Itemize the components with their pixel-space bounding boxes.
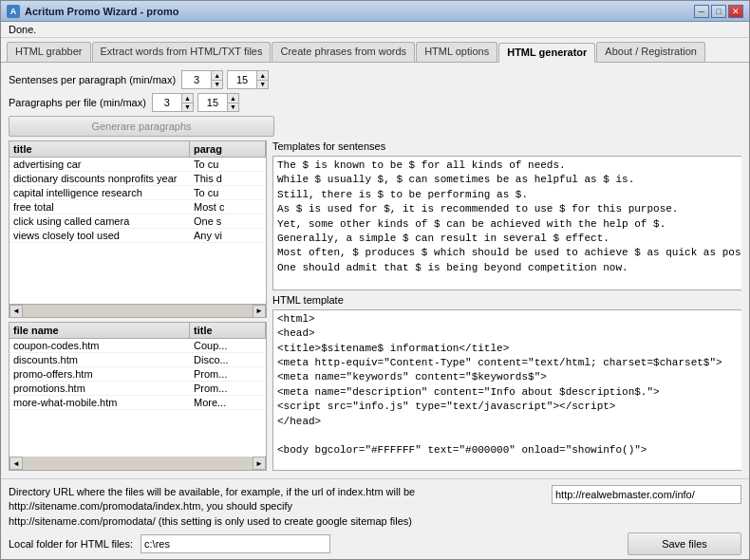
sentences-max-spinner[interactable]: ▲ ▼	[227, 70, 269, 89]
save-files-button[interactable]: Save files	[628, 532, 741, 555]
minimize-button[interactable]: ─	[694, 5, 709, 18]
title-bar-text: Acritum Promo Wizard - promo	[25, 6, 694, 17]
list-item[interactable]: promotions.htmProm...	[9, 382, 266, 396]
bottom-folder-row: Local folder for HTML files: Save files	[9, 532, 741, 555]
generate-button[interactable]: Generare paragraphs	[9, 116, 274, 137]
sentences-spinner-group: ▲ ▼ ▲ ▼	[181, 70, 269, 89]
tab-html-grabber[interactable]: HTML grabber	[7, 42, 91, 62]
list-item[interactable]: capital intelligence researchTo cu	[9, 186, 266, 200]
main-window: A Acritum Promo Wizard - promo ─ □ ✕ Don…	[0, 0, 750, 560]
files-scroll-right[interactable]: ►	[253, 457, 266, 470]
bottom-area: Directory URL where the files will be av…	[1, 478, 749, 559]
sentences-row: Sentenses per paragraph (min/max) ▲ ▼ ▲ …	[9, 70, 741, 89]
sentences-label: Sentenses per paragraph (min/max)	[9, 74, 176, 85]
tab-html-options[interactable]: HTML options	[416, 42, 497, 62]
topics-scroll-right[interactable]: ►	[253, 305, 266, 318]
templates-title: Templates for sentenses	[272, 140, 741, 152]
topics-scroll-track[interactable]	[23, 305, 253, 318]
para-min-down[interactable]: ▼	[182, 103, 193, 112]
main-content: Sentenses per paragraph (min/max) ▲ ▼ ▲ …	[1, 63, 749, 478]
title-bar: A Acritum Promo Wizard - promo ─ □ ✕	[1, 1, 749, 22]
sentences-min-input[interactable]	[182, 71, 211, 88]
topics-hscrollbar[interactable]: ◄ ►	[9, 304, 266, 317]
bottom-description: Directory URL where the files will be av…	[9, 485, 544, 529]
files-table-header: file name title	[9, 323, 266, 339]
left-panel: title parag advertising carTo cu diction…	[9, 140, 267, 471]
tab-create-phrases[interactable]: Create phrases from words	[272, 42, 415, 62]
app-icon: A	[7, 5, 20, 18]
html-template-box: <html> <head> <title>$sitename$ informat…	[272, 309, 741, 471]
para-max-down[interactable]: ▼	[228, 103, 238, 112]
sentences-min-spinner[interactable]: ▲ ▼	[181, 70, 223, 89]
local-folder-label: Local folder for HTML files:	[9, 538, 133, 550]
sentences-min-up[interactable]: ▲	[212, 71, 222, 81]
bottom-desc-row: Directory URL where the files will be av…	[9, 485, 741, 529]
list-item[interactable]: click using called cameraOne s	[9, 215, 266, 229]
directory-url-input[interactable]	[552, 485, 741, 504]
title-bar-buttons: ─ □ ✕	[694, 5, 743, 18]
para-max-up[interactable]: ▲	[228, 94, 238, 103]
para-min-up[interactable]: ▲	[182, 94, 193, 103]
list-item[interactable]: coupon-codes.htmCoup...	[9, 339, 266, 353]
list-item[interactable]: views closely tool usedAny vi	[9, 229, 266, 243]
tab-extract-words[interactable]: Extract words from HTML/TXT files	[92, 42, 272, 62]
topics-table-header: title parag	[9, 141, 266, 158]
para-max-arrows: ▲ ▼	[227, 94, 238, 111]
status-bar: Done.	[1, 22, 749, 38]
tab-html-generator[interactable]: HTML generator	[498, 43, 595, 63]
sentences-max-down[interactable]: ▼	[257, 81, 268, 89]
files-table-body[interactable]: coupon-codes.htmCoup... discounts.htmDis…	[9, 339, 266, 456]
list-item[interactable]: advertising carTo cu	[9, 158, 266, 172]
para-min-arrows: ▲ ▼	[181, 94, 193, 111]
topics-table-body[interactable]: advertising carTo cu dictionary discount…	[9, 158, 266, 304]
para-min-spinner[interactable]: ▲ ▼	[152, 93, 194, 112]
sentences-max-arrows: ▲ ▼	[256, 71, 268, 88]
sentences-min-down[interactable]: ▼	[212, 81, 222, 89]
paragraphs-spinner-group: ▲ ▼ ▲ ▼	[152, 93, 239, 112]
files-table-container: file name title coupon-codes.htmCoup... …	[9, 322, 267, 470]
local-folder-input[interactable]	[141, 534, 330, 553]
files-scroll-track[interactable]	[23, 457, 253, 470]
list-item[interactable]: free totalMost c	[9, 200, 266, 215]
paragraphs-label: Paragraphs per file (min/max)	[9, 97, 146, 108]
sentences-max-up[interactable]: ▲	[257, 71, 268, 81]
files-col2-header: title	[190, 323, 266, 338]
html-template-content[interactable]: <html> <head> <title>$sitename$ informat…	[273, 310, 741, 470]
list-item[interactable]: more-what-mobile.htmMore...	[9, 396, 266, 410]
list-item[interactable]: discounts.htmDisco...	[9, 353, 266, 367]
topics-table-container: title parag advertising carTo cu diction…	[9, 140, 267, 318]
right-panel: Templates for sentenses The $ is known t…	[272, 140, 741, 471]
list-item[interactable]: dictionary discounts nonprofits yearThis…	[9, 172, 266, 186]
html-template-title: HTML template	[272, 294, 741, 306]
files-scroll-left[interactable]: ◄	[9, 457, 23, 470]
templates-box: The $ is known to be $ for all kinds of …	[272, 156, 741, 290]
templates-content[interactable]: The $ is known to be $ for all kinds of …	[273, 157, 741, 289]
para-max-input[interactable]	[198, 94, 227, 111]
tab-about-registration[interactable]: About / Registration	[596, 42, 705, 62]
main-area: title parag advertising carTo cu diction…	[9, 140, 741, 471]
sentences-max-input[interactable]	[228, 71, 256, 88]
topics-col2-header: parag	[190, 141, 266, 157]
maximize-button[interactable]: □	[711, 5, 726, 18]
paragraphs-row: Paragraphs per file (min/max) ▲ ▼ ▲ ▼	[9, 93, 741, 112]
files-hscrollbar[interactable]: ◄ ►	[9, 457, 266, 470]
list-item[interactable]: promo-offers.htmProm...	[9, 367, 266, 382]
sentences-min-arrows: ▲ ▼	[211, 71, 222, 88]
files-col1-header: file name	[9, 323, 190, 338]
topics-scroll-left[interactable]: ◄	[9, 305, 23, 318]
para-max-spinner[interactable]: ▲ ▼	[197, 93, 239, 112]
topics-col1-header: title	[9, 141, 190, 157]
generate-row: Generare paragraphs	[9, 116, 741, 137]
para-min-input[interactable]	[153, 94, 181, 111]
close-button[interactable]: ✕	[728, 5, 743, 18]
tabs-bar: HTML grabber Extract words from HTML/TXT…	[1, 38, 749, 63]
